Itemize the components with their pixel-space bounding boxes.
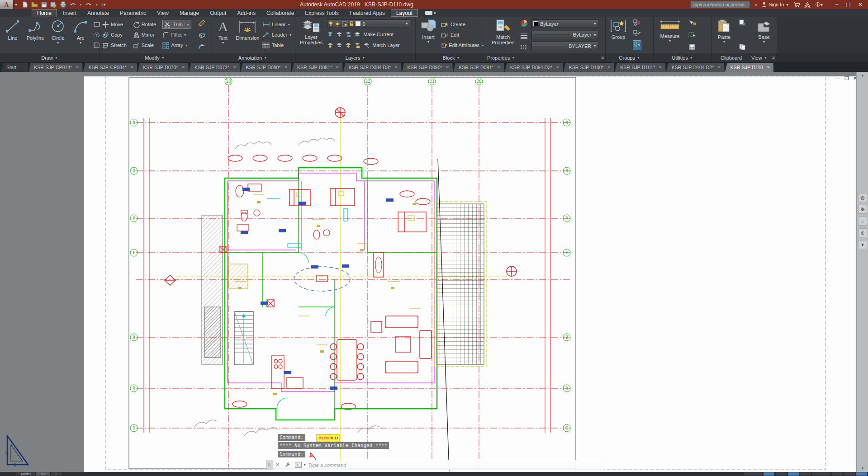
close-tab-icon[interactable]: ✕	[497, 65, 501, 70]
status-chip[interactable]	[800, 472, 811, 476]
isolate-icon[interactable]	[327, 32, 333, 37]
match-properties-button[interactable]: Match Properties	[490, 19, 516, 46]
showmotion-icon[interactable]: ▾	[858, 240, 867, 249]
status-chip[interactable]	[764, 472, 774, 476]
help-icon[interactable]: 🛈▾	[815, 0, 823, 9]
group-button[interactable]: Group	[608, 19, 628, 40]
scale-button[interactable]: Scale	[133, 40, 160, 50]
search-icon[interactable]: ⌕	[754, 0, 757, 9]
command-input[interactable]	[308, 462, 604, 468]
file-tab[interactable]: KSR-SJP-D070*✕	[138, 63, 189, 72]
autodesk-exchange-icon[interactable]	[804, 2, 811, 8]
layer-dropdown[interactable]: 0 ▼	[327, 19, 410, 28]
scroll-down-icon[interactable]: ▼	[857, 465, 868, 472]
close-tab-icon[interactable]: ✕	[556, 65, 560, 70]
layer-off-icon[interactable]	[327, 42, 333, 48]
close-tab-icon[interactable]: ✕	[233, 65, 237, 70]
copy-button[interactable]: Copy	[102, 30, 130, 40]
restore-button[interactable]: ▢	[846, 0, 851, 9]
tab-express-tools[interactable]: Express Tools	[300, 9, 343, 17]
quick-calc-icon[interactable]	[689, 44, 695, 50]
file-tab[interactable]: KSR-SJP-D101*✕	[615, 63, 666, 72]
panel-label-utilities[interactable]: Utilities▼	[654, 53, 711, 62]
open-file-icon[interactable]	[31, 1, 38, 8]
drawing-canvas[interactable]: 23 22 21 20 N O P F Q R S N O P F Q R S	[0, 72, 868, 472]
vertical-scrollbar[interactable]: ▲ ◍ ✥ ⌕ ⊕ ▾ ▼	[856, 72, 868, 472]
scroll-up-icon[interactable]: ▲	[857, 72, 868, 79]
ribbon-minimize-toggle[interactable]: ▾	[425, 9, 436, 17]
line-button[interactable]: Line	[3, 19, 23, 41]
match-layer-button[interactable]: Match Layer	[372, 42, 400, 48]
color-wheel-icon[interactable]	[520, 19, 528, 27]
text-button[interactable]: A Text ▼	[213, 19, 233, 45]
floor-plan-drawing[interactable]: 23 22 21 20 N O P F Q R S N O P F Q R S	[0, 72, 868, 472]
close-tab-icon[interactable]: ✕	[285, 65, 288, 70]
status-chip[interactable]	[744, 472, 762, 476]
status-chip[interactable]	[812, 472, 830, 476]
view-dialog-launcher-icon[interactable]: ⇲	[772, 56, 775, 60]
tab-output[interactable]: Output	[205, 9, 231, 17]
layout-tab-model[interactable]: Model	[16, 472, 35, 476]
lock-layer-icon[interactable]	[345, 32, 351, 37]
array-button[interactable]: Array▼	[162, 40, 194, 50]
panel-label-annotation[interactable]: Annotation▼	[210, 53, 295, 62]
make-current-button[interactable]: Make Current	[363, 32, 394, 37]
command-prompt-icon[interactable]: >_▼	[293, 462, 308, 468]
command-close-icon[interactable]: ✕	[273, 462, 282, 468]
close-tab-icon[interactable]: ✕	[76, 65, 79, 70]
tab-insert[interactable]: Insert	[58, 9, 81, 17]
layout-tab-p2[interactable]: P2	[36, 472, 50, 476]
command-bar[interactable]: ⣿ ✕ >_▼	[266, 460, 604, 470]
layer-sun-icon[interactable]	[345, 42, 351, 48]
app-menu-caret-icon[interactable]: ▼	[14, 3, 18, 6]
file-tab[interactable]: KSR-SJP-D104 D2*✕	[666, 63, 725, 72]
file-tab[interactable]: KSR-SJP-D094 D3*✕	[505, 63, 563, 72]
qat-customize-icon[interactable]: ≡▾	[101, 2, 106, 7]
tab-featured-apps[interactable]: Featured Apps	[345, 9, 390, 17]
plot-icon[interactable]	[60, 1, 66, 8]
file-tab-active[interactable]: KSR-SJP-D110✕	[725, 63, 774, 72]
offset-icon[interactable]	[198, 44, 206, 50]
freeze-icon[interactable]	[336, 32, 342, 37]
tab-manage[interactable]: Manage	[175, 9, 204, 17]
tab-view[interactable]: View	[152, 9, 174, 17]
close-tab-icon[interactable]: ✕	[394, 65, 398, 70]
layer-properties-button[interactable]: Layer Properties	[298, 19, 324, 46]
new-file-icon[interactable]	[22, 1, 28, 8]
lineweight-dropdown[interactable]: ByLayer▼	[531, 31, 598, 39]
layer-prev-icon[interactable]	[336, 42, 342, 48]
status-chip[interactable]	[844, 472, 855, 476]
polyline-button[interactable]: Polyline	[25, 19, 45, 41]
select-all-icon[interactable]	[688, 32, 696, 38]
status-chip[interactable]	[832, 472, 843, 476]
tab-annotate[interactable]: Annotate	[82, 9, 114, 17]
file-tab[interactable]: KSR-SJP-CP084*✕	[83, 63, 138, 72]
tab-home[interactable]: Home	[32, 9, 57, 17]
group-edit-icon[interactable]	[633, 30, 641, 36]
pan-icon[interactable]: ✥	[858, 205, 867, 214]
new-layout-button[interactable]: +	[51, 472, 62, 476]
file-tab[interactable]: KSR-SJP-D090*✕	[402, 63, 453, 72]
edit-attributes-button[interactable]: Edit Attributes▼	[441, 40, 484, 50]
object-color-dropdown[interactable]: ByLayer▼	[531, 19, 598, 28]
panel-label-layers[interactable]: Layers▼	[295, 53, 416, 62]
close-button[interactable]: ✕	[858, 0, 863, 9]
lineweight-icon[interactable]	[520, 33, 528, 39]
tab-addins[interactable]: Add-ins	[232, 9, 261, 17]
status-chip[interactable]	[776, 472, 787, 476]
status-chip[interactable]	[856, 472, 867, 476]
quick-select-icon[interactable]	[688, 19, 696, 26]
insert-button[interactable]: Insert ▼	[418, 19, 438, 44]
close-tab-icon[interactable]: ✕	[717, 65, 721, 70]
linear-dimension-button[interactable]: Linear▼	[262, 19, 292, 29]
linetype-dropdown[interactable]: BYLAYER▼	[531, 42, 598, 50]
cut-icon[interactable]	[739, 19, 746, 26]
circle-button[interactable]: Circle ▼	[48, 19, 68, 45]
file-tab[interactable]: KSR-SJP-D100*✕	[564, 63, 615, 72]
panel-label-draw[interactable]: Draw▼	[0, 53, 100, 62]
file-tab-start[interactable]: Start	[1, 63, 28, 72]
properties-dialog-launcher-icon[interactable]: ⇲	[601, 56, 604, 60]
orbit-icon[interactable]: ⊕	[858, 228, 867, 237]
group-selection-toggle[interactable]	[633, 40, 641, 50]
close-tab-icon[interactable]: ✕	[336, 65, 339, 70]
